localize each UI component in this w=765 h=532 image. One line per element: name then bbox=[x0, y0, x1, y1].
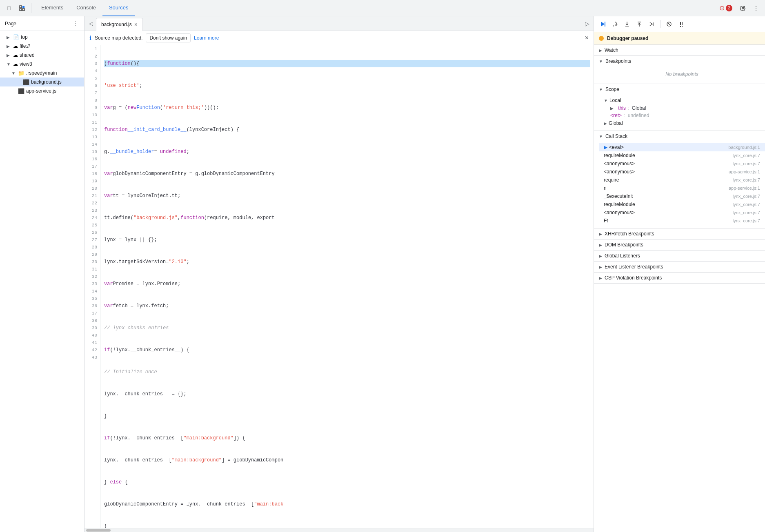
code-line-18: if (!lynx.__chunk_entries__["main:backgr… bbox=[104, 434, 590, 442]
tab-console[interactable]: Console bbox=[70, 0, 102, 16]
call-stack-item-1[interactable]: requireModule lynx_core.js:7 bbox=[604, 151, 760, 160]
inspect-icon[interactable] bbox=[16, 2, 28, 14]
local-scope-items: ▶ this : Global <ret> : undefined bbox=[604, 104, 760, 119]
call-stack-item-3[interactable]: <anonymous> app-service.js:1 bbox=[604, 168, 760, 176]
breakpoints-section-header[interactable]: ▼ Breakpoints bbox=[594, 56, 765, 66]
file-tab-background[interactable]: background.js × bbox=[96, 18, 143, 31]
dom-section-header[interactable]: ▶ DOM Breakpoints bbox=[594, 239, 765, 250]
tree-item-background[interactable]: ⬛ background.js bbox=[0, 78, 84, 86]
breakpoints-label: Breakpoints bbox=[605, 58, 631, 64]
tree-item-app-service[interactable]: ⬛ app-service.js bbox=[0, 86, 84, 95]
global-arrow: ▶ bbox=[604, 121, 607, 126]
global-listeners-arrow: ▶ bbox=[599, 254, 602, 258]
event-listener-section-header[interactable]: ▶ Event Listener Breakpoints bbox=[594, 262, 765, 272]
xhr-section: ▶ XHR/fetch Breakpoints bbox=[594, 228, 765, 239]
global-listeners-section-header[interactable]: ▶ Global Listeners bbox=[594, 250, 765, 261]
csp-section: ▶ CSP Violation Breakpoints bbox=[594, 273, 765, 284]
call-stack-item-2[interactable]: <anonymous> lynx_core.js:7 bbox=[604, 160, 760, 168]
call-stack-loc-5: app-service.js:1 bbox=[729, 186, 760, 191]
right-panel: Debugger paused ▶ Watch ▼ Breakpoints No… bbox=[594, 16, 765, 532]
close-source-map-bar-button[interactable]: × bbox=[585, 34, 589, 42]
scope-section-header[interactable]: ▼ Scope bbox=[594, 84, 765, 95]
csp-section-header[interactable]: ▶ CSP Violation Breakpoints bbox=[594, 273, 765, 283]
call-stack-fn-3: <anonymous> bbox=[604, 169, 635, 175]
tab-elements[interactable]: Elements bbox=[35, 0, 70, 16]
svg-rect-15 bbox=[682, 22, 683, 25]
local-arrow: ▼ bbox=[604, 98, 608, 103]
label-background: background.js bbox=[31, 79, 62, 85]
dont-show-button[interactable]: Don't show again bbox=[146, 33, 191, 42]
scope-item-ret: <ret> : undefined bbox=[610, 112, 760, 119]
dock-icon[interactable]: □ bbox=[3, 2, 15, 14]
call-stack-label: Call Stack bbox=[605, 133, 627, 139]
deactivate-breakpoints-button[interactable] bbox=[664, 19, 674, 29]
code-line-21: globDynamicComponentEntry = lynx.__chunk… bbox=[104, 501, 590, 508]
step-into-button[interactable] bbox=[622, 19, 632, 29]
code-area[interactable]: 12345 678910 1112131415 1617181920 21222… bbox=[85, 45, 594, 528]
tree-item-view3[interactable]: ▼ ☁ view3 bbox=[0, 60, 84, 69]
call-stack-item-0[interactable]: ▶<eval> background.js:1 bbox=[599, 143, 765, 151]
call-stack-section-header[interactable]: ▼ Call Stack bbox=[594, 131, 765, 142]
svg-rect-3 bbox=[22, 9, 24, 11]
breakpoints-section: ▼ Breakpoints No breakpoints bbox=[594, 56, 765, 84]
tree-item-top[interactable]: ▶ 📄 top bbox=[0, 33, 84, 42]
call-stack-item-8[interactable]: <anonymous> lynx_core.js:7 bbox=[604, 208, 760, 217]
call-stack-loc-4: lynx_core.js:7 bbox=[733, 177, 760, 182]
global-scope-header[interactable]: ▶ Global bbox=[604, 119, 760, 127]
watch-section-header[interactable]: ▶ Watch bbox=[594, 45, 765, 55]
settings-icon[interactable] bbox=[737, 2, 749, 14]
step-over-button[interactable] bbox=[609, 19, 620, 29]
scope-item-this: ▶ this : Global bbox=[610, 104, 760, 112]
error-badge-button[interactable]: ⊙ 2 bbox=[716, 2, 736, 13]
xhr-section-header[interactable]: ▶ XHR/fetch Breakpoints bbox=[594, 228, 765, 239]
sidebar-more-button[interactable]: ⋮ bbox=[71, 19, 79, 28]
sidebar-header: Page ⋮ bbox=[0, 16, 84, 31]
code-line-9: lynx = lynx || {}; bbox=[104, 236, 590, 244]
code-line-2: 'use strict'; bbox=[104, 82, 590, 89]
watch-label: Watch bbox=[605, 47, 618, 53]
no-breakpoints-label: No breakpoints bbox=[604, 68, 760, 80]
scope-content: ▼ Local ▶ this : Global <ret> : bbox=[594, 95, 765, 131]
more-icon[interactable]: ⋮ bbox=[750, 2, 762, 14]
call-stack-fn-7: requireModule bbox=[604, 202, 635, 207]
watch-section: ▶ Watch bbox=[594, 45, 765, 56]
tree-item-file[interactable]: ▶ ☁ file:// bbox=[0, 42, 84, 51]
call-stack-item-4[interactable]: require lynx_core.js:7 bbox=[604, 176, 760, 184]
xhr-label: XHR/fetch Breakpoints bbox=[605, 231, 654, 237]
code-line-3: var g = (new Function('return this;'))()… bbox=[104, 104, 590, 111]
step-button[interactable] bbox=[646, 19, 657, 29]
pause-dot bbox=[599, 36, 604, 41]
call-stack-item-5[interactable]: n app-service.js:1 bbox=[604, 184, 760, 192]
tree-item-shared[interactable]: ▶ ☁ shared bbox=[0, 51, 84, 60]
code-line-13: // lynx chunks entries bbox=[104, 324, 590, 332]
tree-item-rspeedy[interactable]: ▼ 📁 .rspeedy/main bbox=[0, 69, 84, 78]
call-stack-item-7[interactable]: requireModule lynx_core.js:7 bbox=[604, 200, 760, 208]
horizontal-scrollbar[interactable] bbox=[85, 528, 594, 532]
call-stack-item-6[interactable]: _$executeInit lynx_core.js:7 bbox=[604, 192, 760, 200]
center-panel: ◁ background.js × ▷ ℹ Source map detecte… bbox=[85, 16, 594, 532]
run-script-button[interactable]: ▷ bbox=[582, 19, 592, 29]
resume-button[interactable] bbox=[597, 19, 608, 29]
code-content[interactable]: (function(){ 'use strict'; var g = (new … bbox=[101, 45, 594, 528]
label-app-service: app-service.js bbox=[26, 88, 56, 94]
step-out-button[interactable] bbox=[634, 19, 645, 29]
file-tab-close[interactable]: × bbox=[134, 22, 138, 27]
debugger-toolbar bbox=[594, 16, 765, 32]
call-stack-loc-1: lynx_core.js:7 bbox=[733, 153, 760, 158]
scope-key-ret: <ret> bbox=[610, 113, 622, 118]
call-stack-fn-1: requireModule bbox=[604, 153, 635, 158]
tab-sources[interactable]: Sources bbox=[102, 0, 135, 16]
local-scope-header[interactable]: ▼ Local bbox=[604, 96, 760, 104]
scope-label: Scope bbox=[605, 86, 619, 92]
divider bbox=[660, 20, 660, 28]
arrow-view3: ▼ bbox=[7, 62, 11, 66]
pause-on-exceptions-button[interactable] bbox=[676, 19, 687, 29]
csp-label: CSP Violation Breakpoints bbox=[605, 275, 662, 281]
sidebar-tree: ▶ 📄 top ▶ ☁ file:// ▶ ☁ shared ▼ ☁ view3 bbox=[0, 31, 84, 532]
arrow-rspeedy: ▼ bbox=[11, 71, 16, 75]
sidebar-toggle-button[interactable]: ◁ bbox=[86, 19, 96, 29]
folder-icon-rspeedy: 📁 bbox=[18, 70, 24, 76]
source-map-message: Source map detected. bbox=[95, 35, 142, 41]
call-stack-item-9[interactable]: Ft lynx_core.js:7 bbox=[604, 217, 760, 225]
learn-more-link[interactable]: Learn more bbox=[194, 35, 219, 41]
